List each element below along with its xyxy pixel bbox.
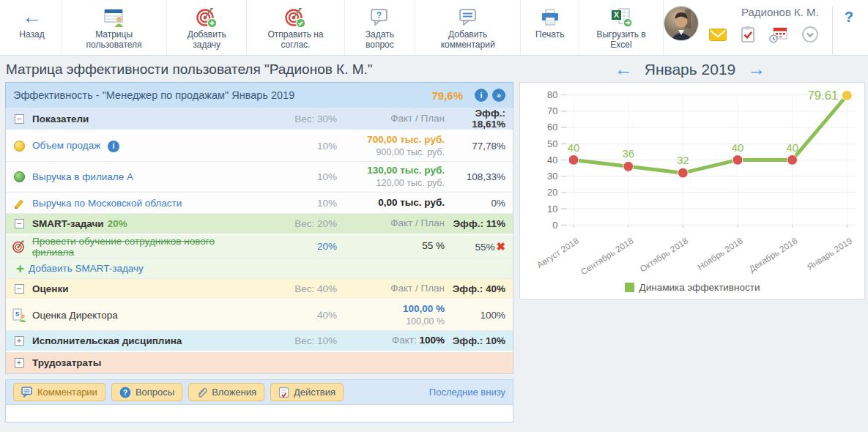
export-excel-button[interactable]: X Выгрузить в Excel [579,0,664,55]
svg-text:40: 40 [568,142,579,154]
question-circle-icon: ? [119,387,131,398]
kpi-link[interactable]: Объем продаж [32,140,100,151]
page-title: Матрица эффективности пользователя "Ради… [6,62,515,78]
kpi-info-icon[interactable]: i [108,141,119,152]
collapse-icon[interactable]: − [15,114,24,124]
comments-button[interactable]: Комментарии [13,383,105,401]
tasks-clipboard-icon[interactable] [740,26,756,43]
matrix-title: Эффективность - "Менеджер по продажам" Я… [13,89,431,101]
row-moscow-revenue: Выручка по Московской области 10% 0,00 т… [6,193,513,214]
svg-text:36: 36 [622,148,634,160]
questions-button[interactable]: ? Вопросы [111,383,182,401]
send-for-approval-label: Отправить на соглас. [253,30,338,51]
help-question-icon: ? [845,9,853,25]
kpi-eff: 108,33% [450,171,513,182]
next-month-arrow-icon[interactable]: → [747,60,765,78]
chevron-down-icon[interactable] [801,26,819,43]
smart-task-link[interactable]: Провести обучение сотрудников нового фил… [32,236,215,258]
export-excel-label: Выгрузить в Excel [585,30,657,51]
delete-task-icon[interactable]: ✖ [496,240,505,253]
kpi-link[interactable]: Выручка в филиале А [32,171,133,182]
row-add-smart-task[interactable]: + Добавить SMART-задачу [6,258,513,279]
latest-at-bottom-link[interactable]: Последние внизу [429,387,505,398]
svg-text:Декабрь 2018: Декабрь 2018 [747,236,799,275]
kpi-fact[interactable]: 130,00 тыс. руб. [367,165,445,176]
ask-question-button[interactable]: ? Задать вопрос [345,0,415,55]
section-weight: Вес: 20% [249,218,337,229]
question-bubble-icon: ? [370,5,389,30]
month-label: Январь 2019 [645,61,736,78]
pencil-icon [6,197,32,209]
help-button[interactable]: ? [832,6,865,55]
add-task-button[interactable]: Добавить задачу [167,0,247,55]
calendar-clock-icon[interactable] [769,26,788,43]
section-label: Трудозатраты [32,357,513,368]
svg-text:80: 80 [547,89,557,100]
section-smart[interactable]: − SMART-задачи20% Вес: 20% Факт / План Э… [6,214,513,235]
svg-text:Сентябрь 2018: Сентябрь 2018 [579,236,635,278]
kpi-weight: 10% [249,171,337,182]
ask-question-label: Задать вопрос [351,30,409,51]
section-discipline[interactable]: + Исполнительская дисциплина Вес: 10% Фа… [6,331,513,352]
add-comment-label: Добавить комментарий [421,30,514,51]
user-matrices-icon [103,5,125,30]
kpi-eff: 77,78% [450,141,513,152]
kpi-fact[interactable]: 700,00 тыс. руб. [367,134,445,145]
kpi-link[interactable]: Выручка по Московской области [32,198,182,209]
kpi-plan: 900,00 тыс. руб. [376,147,445,157]
expand-icon[interactable]: + [15,336,24,346]
section-eff: Эфф.: 10% [450,335,513,346]
prev-month-arrow-icon[interactable]: ← [615,60,633,78]
collapse-icon[interactable]: − [15,284,24,294]
actions-label: Действия [294,387,335,398]
row-smart-task: Провести обучение сотрудников нового фил… [6,235,513,258]
add-smart-task-link[interactable]: Добавить SMART-задачу [29,263,144,274]
row-director-grade: 5 Оценка Директора 40% 100,00 % 100,00 %… [6,300,513,331]
user-matrices-button[interactable]: Матрицы пользователя [62,0,167,55]
svg-text:40: 40 [547,154,557,165]
grade-plan: 100,00 % [406,316,445,327]
section-factplan: Факт / План [337,283,450,295]
section-eff: Эфф.: 18,61% [450,108,513,130]
add-comment-button[interactable]: Добавить комментарий [415,0,521,55]
collapse-icon[interactable]: − [15,219,24,228]
paperclip-icon [196,387,207,398]
svg-text:40: 40 [732,142,743,154]
comments-empty-area [6,404,513,422]
toolbar-user-area: Радионов К. М. ? [664,0,865,55]
actions-button[interactable]: Действия [270,383,344,401]
section-eff: Эфф.: 40% [450,283,513,294]
efficiency-line-chart: 01020304050607080Август 2018Сентябрь 201… [522,86,863,283]
back-button[interactable]: ← Назад [3,0,62,55]
svg-text:?: ? [123,388,127,396]
section-labor[interactable]: + Трудозатраты [6,352,513,373]
info-icon[interactable]: i [475,89,488,102]
smart-target-icon [6,240,32,253]
send-for-approval-button[interactable]: Отправить на соглас. [247,0,345,55]
smart-task-eff: 55% [475,242,494,253]
row-sales-volume: Объем продаж i 10% 700,00 тыс. руб. 900,… [6,131,513,162]
avatar[interactable] [664,6,699,41]
back-label: Назад [19,30,44,40]
mail-icon[interactable] [709,29,727,41]
section-weight: Вес: 10% [249,335,337,346]
section-eff: Эфф.: 11% [450,218,513,229]
smart-task-weight[interactable]: 20% [317,241,337,252]
svg-text:10: 10 [547,204,557,215]
section-fact-value: 100% [419,335,445,346]
print-button[interactable]: Печать [521,0,579,55]
svg-text:0: 0 [552,220,557,231]
expand-panel-icon[interactable]: » [492,89,505,102]
svg-text:Ноябрь 2018: Ноябрь 2018 [696,236,745,272]
chart-legend: Динамика эффективности [522,282,863,293]
expand-icon[interactable]: + [15,358,24,368]
section-grades[interactable]: − Оценки Вес: 40% Факт / План Эфф.: 40% [6,279,513,300]
section-indicators[interactable]: − Показатели Вес: 30% Факт / План Эфф.: … [6,108,513,131]
comment-bubble-icon [459,5,478,30]
grade-fact[interactable]: 100,00 % [403,303,445,314]
kpi-fact[interactable]: 0,00 тыс. руб. [378,197,445,208]
attachments-button[interactable]: Вложения [188,383,264,401]
plus-icon: + [16,261,24,275]
section-label: Исполнительская дисциплина [32,335,249,346]
svg-text:5: 5 [15,310,18,318]
